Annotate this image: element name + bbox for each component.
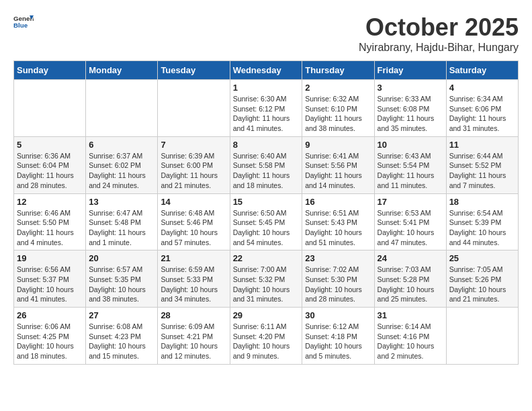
calendar-cell: 9Sunrise: 6:41 AM Sunset: 5:56 PM Daylig… [302, 136, 374, 193]
calendar-cell: 19Sunrise: 6:56 AM Sunset: 5:37 PM Dayli… [14, 250, 86, 308]
day-info: Sunrise: 6:06 AM Sunset: 4:25 PM Dayligh… [17, 322, 83, 361]
day-number: 6 [89, 140, 154, 150]
calendar-cell: 6Sunrise: 6:37 AM Sunset: 6:02 PM Daylig… [86, 136, 158, 193]
day-number: 15 [233, 197, 300, 207]
day-number: 25 [449, 253, 515, 263]
day-number: 21 [161, 253, 226, 263]
day-info: Sunrise: 6:12 AM Sunset: 4:18 PM Dayligh… [305, 322, 371, 361]
day-info: Sunrise: 6:53 AM Sunset: 5:41 PM Dayligh… [378, 208, 443, 248]
day-number: 24 [378, 253, 443, 263]
day-info: Sunrise: 6:09 AM Sunset: 4:21 PM Dayligh… [161, 322, 226, 361]
day-info: Sunrise: 6:43 AM Sunset: 5:54 PM Dayligh… [378, 151, 443, 191]
logo-icon: General Blue [13, 13, 34, 30]
day-number: 4 [449, 83, 515, 93]
day-number: 19 [17, 253, 83, 263]
day-number: 9 [305, 140, 371, 150]
day-info: Sunrise: 6:57 AM Sunset: 5:35 PM Dayligh… [89, 265, 154, 304]
calendar-cell: 22Sunrise: 7:00 AM Sunset: 5:32 PM Dayli… [230, 250, 302, 308]
calendar-cell [446, 308, 518, 365]
day-info: Sunrise: 7:05 AM Sunset: 5:26 PM Dayligh… [449, 265, 515, 304]
day-info: Sunrise: 6:51 AM Sunset: 5:43 PM Dayligh… [305, 208, 371, 248]
day-info: Sunrise: 6:34 AM Sunset: 6:06 PM Dayligh… [449, 94, 515, 134]
day-info: Sunrise: 6:56 AM Sunset: 5:37 PM Dayligh… [17, 265, 83, 304]
day-info: Sunrise: 6:50 AM Sunset: 5:45 PM Dayligh… [233, 208, 300, 248]
calendar-cell: 8Sunrise: 6:40 AM Sunset: 5:58 PM Daylig… [230, 136, 302, 193]
calendar-cell: 17Sunrise: 6:53 AM Sunset: 5:41 PM Dayli… [374, 193, 446, 250]
calendar-cell: 23Sunrise: 7:02 AM Sunset: 5:30 PM Dayli… [302, 250, 374, 308]
calendar-cell: 13Sunrise: 6:47 AM Sunset: 5:48 PM Dayli… [86, 193, 158, 250]
day-info: Sunrise: 6:40 AM Sunset: 5:58 PM Dayligh… [233, 151, 300, 191]
day-info: Sunrise: 6:46 AM Sunset: 5:50 PM Dayligh… [17, 208, 83, 248]
calendar-cell: 28Sunrise: 6:09 AM Sunset: 4:21 PM Dayli… [158, 308, 230, 365]
logo: General Blue [13, 13, 34, 30]
calendar-cell: 5Sunrise: 6:36 AM Sunset: 6:04 PM Daylig… [14, 136, 86, 193]
calendar-cell: 15Sunrise: 6:50 AM Sunset: 5:45 PM Dayli… [230, 193, 302, 250]
calendar-cell: 16Sunrise: 6:51 AM Sunset: 5:43 PM Dayli… [302, 193, 374, 250]
day-info: Sunrise: 6:48 AM Sunset: 5:46 PM Dayligh… [161, 208, 226, 248]
day-number: 31 [378, 310, 443, 320]
calendar-cell: 21Sunrise: 6:59 AM Sunset: 5:33 PM Dayli… [158, 250, 230, 308]
page-header: General Blue October 2025 Nyirabrany, Ha… [13, 13, 519, 54]
day-number: 17 [378, 197, 443, 207]
day-info: Sunrise: 7:03 AM Sunset: 5:28 PM Dayligh… [378, 265, 443, 304]
calendar-cell: 27Sunrise: 6:08 AM Sunset: 4:23 PM Dayli… [86, 308, 158, 365]
svg-text:Blue: Blue [13, 21, 28, 29]
calendar-cell [86, 80, 158, 137]
day-number: 22 [233, 253, 300, 263]
day-number: 29 [233, 310, 300, 320]
calendar-cell: 1Sunrise: 6:30 AM Sunset: 6:12 PM Daylig… [230, 80, 302, 137]
day-info: Sunrise: 6:47 AM Sunset: 5:48 PM Dayligh… [89, 208, 154, 248]
week-row-1: 1Sunrise: 6:30 AM Sunset: 6:12 PM Daylig… [14, 80, 519, 137]
day-number: 28 [161, 310, 226, 320]
header-friday: Friday [374, 61, 446, 80]
header-sunday: Sunday [14, 61, 86, 80]
calendar-body: 1Sunrise: 6:30 AM Sunset: 6:12 PM Daylig… [14, 80, 519, 365]
day-number: 13 [89, 197, 154, 207]
calendar-cell: 11Sunrise: 6:44 AM Sunset: 5:52 PM Dayli… [446, 136, 518, 193]
day-info: Sunrise: 6:39 AM Sunset: 6:00 PM Dayligh… [161, 151, 226, 191]
calendar-header-row: SundayMondayTuesdayWednesdayThursdayFrid… [14, 61, 519, 80]
calendar-cell: 20Sunrise: 6:57 AM Sunset: 5:35 PM Dayli… [86, 250, 158, 308]
day-number: 12 [17, 197, 83, 207]
day-info: Sunrise: 6:36 AM Sunset: 6:04 PM Dayligh… [17, 151, 83, 191]
day-number: 26 [17, 310, 83, 320]
day-number: 27 [89, 310, 154, 320]
day-info: Sunrise: 7:00 AM Sunset: 5:32 PM Dayligh… [233, 265, 300, 304]
day-info: Sunrise: 6:41 AM Sunset: 5:56 PM Dayligh… [305, 151, 371, 191]
calendar-cell [158, 80, 230, 137]
day-info: Sunrise: 6:08 AM Sunset: 4:23 PM Dayligh… [89, 322, 154, 361]
calendar-cell: 31Sunrise: 6:14 AM Sunset: 4:16 PM Dayli… [374, 308, 446, 365]
day-number: 3 [378, 83, 443, 93]
calendar-cell: 24Sunrise: 7:03 AM Sunset: 5:28 PM Dayli… [374, 250, 446, 308]
calendar-cell: 30Sunrise: 6:12 AM Sunset: 4:18 PM Dayli… [302, 308, 374, 365]
calendar-cell: 10Sunrise: 6:43 AM Sunset: 5:54 PM Dayli… [374, 136, 446, 193]
calendar-cell: 14Sunrise: 6:48 AM Sunset: 5:46 PM Dayli… [158, 193, 230, 250]
location-title: Nyirabrany, Hajdu-Bihar, Hungary [359, 42, 519, 54]
day-number: 30 [305, 310, 371, 320]
day-info: Sunrise: 6:59 AM Sunset: 5:33 PM Dayligh… [161, 265, 226, 304]
day-info: Sunrise: 6:11 AM Sunset: 4:20 PM Dayligh… [233, 322, 300, 361]
day-number: 20 [89, 253, 154, 263]
day-number: 23 [305, 253, 371, 263]
header-saturday: Saturday [446, 61, 518, 80]
header-thursday: Thursday [302, 61, 374, 80]
header-wednesday: Wednesday [230, 61, 302, 80]
day-number: 8 [233, 140, 300, 150]
header-monday: Monday [86, 61, 158, 80]
day-number: 7 [161, 140, 226, 150]
day-info: Sunrise: 6:33 AM Sunset: 6:08 PM Dayligh… [378, 94, 443, 134]
calendar-cell: 26Sunrise: 6:06 AM Sunset: 4:25 PM Dayli… [14, 308, 86, 365]
day-info: Sunrise: 6:30 AM Sunset: 6:12 PM Dayligh… [233, 94, 300, 134]
day-info: Sunrise: 6:32 AM Sunset: 6:10 PM Dayligh… [305, 94, 371, 134]
day-info: Sunrise: 6:14 AM Sunset: 4:16 PM Dayligh… [378, 322, 443, 361]
title-section: October 2025 Nyirabrany, Hajdu-Bihar, Hu… [359, 13, 519, 54]
calendar-cell: 12Sunrise: 6:46 AM Sunset: 5:50 PM Dayli… [14, 193, 86, 250]
week-row-4: 19Sunrise: 6:56 AM Sunset: 5:37 PM Dayli… [14, 250, 519, 308]
month-title: October 2025 [359, 13, 519, 42]
calendar-cell: 4Sunrise: 6:34 AM Sunset: 6:06 PM Daylig… [446, 80, 518, 137]
day-number: 5 [17, 140, 83, 150]
day-number: 2 [305, 83, 371, 93]
day-info: Sunrise: 6:54 AM Sunset: 5:39 PM Dayligh… [449, 208, 515, 248]
day-info: Sunrise: 6:37 AM Sunset: 6:02 PM Dayligh… [89, 151, 154, 191]
day-number: 10 [378, 140, 443, 150]
